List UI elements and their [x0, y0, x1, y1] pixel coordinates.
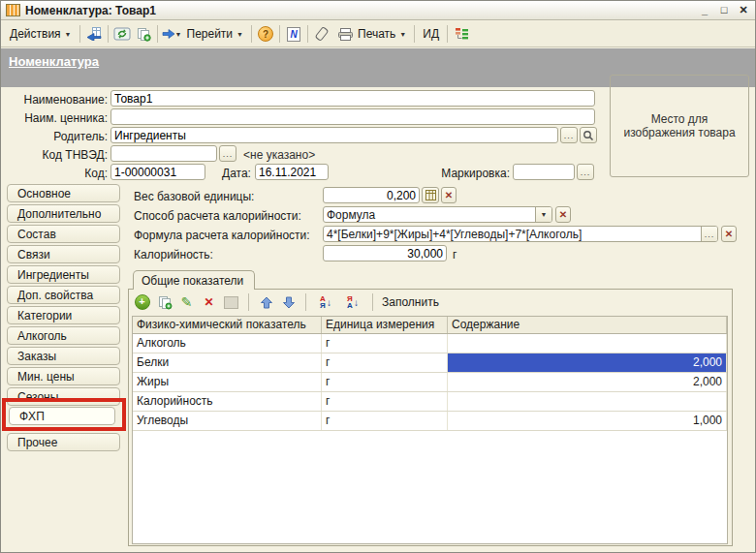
tnved-hint: <не указано>: [243, 148, 315, 162]
weight-clear-button[interactable]: ✕: [441, 187, 457, 203]
column-header-unit[interactable]: Единица измерения: [322, 317, 448, 333]
copy-icon: [136, 27, 151, 42]
maximize-button[interactable]: □: [717, 4, 731, 16]
indicators-table: Физико-химический показатель Единица изм…: [132, 316, 728, 544]
calories-input[interactable]: [323, 245, 447, 261]
column-header-indicator[interactable]: Физико-химический показатель: [133, 317, 322, 333]
sidebar-tab-ingredients[interactable]: Ингредиенты: [7, 265, 120, 284]
toolbar-separator: [248, 293, 249, 311]
goto-button[interactable]: Перейти ▼: [182, 25, 249, 43]
marking-select-button[interactable]: ...: [577, 164, 594, 180]
attachments-button[interactable]: [311, 24, 332, 44]
sidebar-tab-additional[interactable]: Дополнительно: [7, 204, 120, 223]
code-label: Код:: [7, 167, 108, 180]
formula-label: Формула расчета калорийности:: [134, 229, 310, 242]
caret-down-icon: ▼: [175, 31, 182, 38]
pencil-icon: ✎: [181, 294, 193, 310]
formula-select-button[interactable]: ...: [701, 227, 717, 241]
sidebar-tab-orders[interactable]: Заказы: [7, 347, 120, 365]
tab-general-indicators[interactable]: Общие показатели: [133, 270, 255, 290]
magnifier-icon: [583, 130, 594, 141]
sidebar-tab-links[interactable]: Связи: [7, 245, 120, 263]
advisor-button[interactable]: N: [283, 24, 304, 44]
main-toolbar: Действия ▼: [1, 21, 755, 47]
save-button[interactable]: [83, 24, 105, 44]
selected-cell[interactable]: 2,000: [448, 353, 727, 372]
table-row[interactable]: Калорийность г: [133, 392, 727, 412]
sidebar-tab-categories[interactable]: Категории: [7, 306, 120, 324]
fill-button[interactable]: Заполнить: [382, 295, 439, 309]
toolbar-separator: [372, 293, 373, 311]
sidebar-tab-min-prices[interactable]: Мин. цены: [7, 367, 120, 385]
table-row[interactable]: Жиры г 2,000: [133, 373, 727, 392]
table-toolbar: + ✎ ✕ АЯ ↓: [134, 292, 439, 312]
sidebar-tab-alcohol[interactable]: Алкоголь: [7, 326, 120, 345]
date-input[interactable]: [255, 164, 329, 180]
formula-field[interactable]: 4*[Белки]+9*[Жиры]+4*[Углеводы]+7*[Алког…: [323, 226, 718, 242]
sort-za-icon: ЯА: [347, 295, 353, 309]
name-input[interactable]: [110, 90, 595, 107]
marking-input[interactable]: [513, 164, 575, 180]
help-button[interactable]: ?: [255, 24, 276, 44]
nomenclature-window: Номенклатура: Товар1 _ □ ✕ Действия ▼: [0, 0, 756, 553]
toolbar-separator: [251, 25, 252, 43]
arrow-up-icon: [260, 296, 273, 309]
parent-label: Родитель:: [7, 130, 108, 143]
sort-ascending-button[interactable]: АЯ ↓: [315, 294, 336, 310]
id-button[interactable]: ИД: [418, 25, 444, 43]
structure-button[interactable]: [451, 24, 472, 44]
toolbar-separator: [279, 25, 280, 43]
toolbar-separator: [414, 25, 415, 43]
caret-down-icon: ▼: [236, 31, 243, 38]
refresh-icon: [113, 27, 131, 42]
actions-button[interactable]: Действия ▼: [5, 25, 77, 43]
minimize-button[interactable]: _: [698, 4, 711, 16]
refresh-button[interactable]: [111, 24, 133, 44]
go-button[interactable]: ▼: [161, 24, 182, 44]
save-icon: [85, 27, 102, 41]
table-row[interactable]: Углеводы г 1,000: [133, 412, 727, 431]
date-label: Дата:: [222, 167, 251, 180]
dropdown-icon[interactable]: ▼: [535, 207, 551, 222]
title-bar: Номенклатура: Товар1 _ □ ✕: [1, 1, 755, 20]
column-header-content[interactable]: Содержание: [448, 317, 727, 333]
move-up-button[interactable]: [258, 294, 274, 310]
tnved-select-button[interactable]: ...: [219, 145, 236, 162]
tnved-input[interactable]: [110, 145, 217, 162]
weight-calculator-button[interactable]: [422, 187, 439, 203]
table-row[interactable]: Белки г 2,000: [133, 353, 727, 373]
help-icon: ?: [258, 26, 273, 42]
copy-button[interactable]: [133, 24, 154, 44]
add-row-button[interactable]: +: [134, 294, 150, 310]
advisor-icon: N: [287, 27, 300, 42]
sidebar-tab-other[interactable]: Прочее: [7, 433, 120, 451]
print-button[interactable]: Печать ▼: [332, 25, 411, 43]
copy-row-icon: [157, 295, 173, 310]
close-button[interactable]: ✕: [737, 4, 750, 16]
parent-select-button[interactable]: ...: [560, 127, 578, 143]
parent-search-button[interactable]: [580, 127, 597, 143]
calories-label: Калорийность:: [134, 248, 213, 261]
add-icon: +: [135, 294, 150, 310]
copy-row-button[interactable]: [156, 294, 173, 310]
method-combo[interactable]: Формула ▼: [323, 206, 552, 223]
printer-icon: [337, 28, 354, 41]
weight-input[interactable]: [323, 187, 420, 203]
method-clear-button[interactable]: ✕: [555, 206, 571, 223]
code-input[interactable]: [110, 164, 205, 180]
table-row[interactable]: Алкоголь г: [133, 334, 727, 353]
delete-row-button[interactable]: ✕: [201, 294, 217, 310]
sidebar-tab-extra-properties[interactable]: Доп. свойства: [7, 286, 120, 304]
sidebar-tab-composition[interactable]: Состав: [7, 225, 120, 243]
sort-descending-button[interactable]: ЯА ↓: [342, 294, 363, 310]
toolbar-separator: [307, 25, 308, 43]
sidebar-tab-main[interactable]: Основное: [7, 184, 120, 202]
edit-row-button[interactable]: ✎: [178, 294, 195, 310]
parent-input[interactable]: [110, 127, 558, 143]
pricetag-input[interactable]: [110, 108, 595, 125]
window-title: Номенклатура: Товар1: [25, 4, 156, 17]
formula-clear-button[interactable]: ✕: [721, 226, 737, 242]
product-image-placeholder[interactable]: Место для изображения товара: [610, 75, 749, 177]
sort-az-icon: АЯ: [320, 295, 326, 309]
move-down-button[interactable]: [280, 294, 297, 310]
